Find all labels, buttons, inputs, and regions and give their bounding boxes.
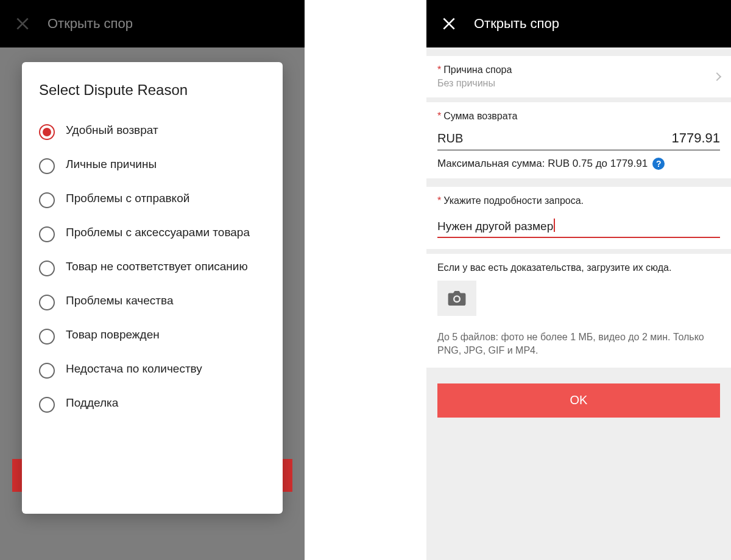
details-value: Нужен другой размер: [437, 220, 553, 233]
reason-label: Удобный возврат: [66, 123, 158, 138]
right-header: Открыть спор: [426, 0, 731, 47]
reason-label: Подделка: [66, 396, 118, 411]
chevron-right-icon: [713, 72, 721, 81]
details-input[interactable]: Нужен другой размер: [437, 214, 720, 238]
modal-title: Select Dispute Reason: [39, 82, 266, 99]
radio-icon: [39, 397, 55, 413]
reason-label: Проблемы с аксессуарами товара: [66, 225, 250, 240]
radio-icon: [39, 158, 55, 174]
close-icon[interactable]: [441, 16, 457, 32]
info-icon[interactable]: ?: [652, 158, 665, 170]
max-amount-text: Максимальная сумма: RUB 0.75 до 1779.91: [437, 158, 648, 170]
ok-label: OK: [570, 393, 588, 407]
evidence-instructions: Если у вас есть доказательства, загрузит…: [426, 254, 731, 279]
reason-option[interactable]: Проблемы с аксессуарами товара: [39, 217, 266, 251]
footer: OK: [426, 368, 731, 442]
dispute-reason-modal: Select Dispute Reason Удобный возврат Ли…: [22, 62, 283, 514]
reason-option[interactable]: Удобный возврат: [39, 114, 266, 149]
field-label: *Сумма возврата: [437, 111, 720, 122]
field-label: *Причина спора: [437, 65, 512, 75]
dispute-form-screen: Открыть спор *Причина спора Без причины: [426, 0, 731, 560]
currency-label: RUB: [437, 131, 463, 145]
field-label: *Укажите подробности запроса.: [437, 195, 720, 206]
reason-label: Товар не соответствует описанию: [66, 259, 248, 275]
dispute-reason-screen: Открыть спор Select Dispute Reason Удобн…: [0, 0, 305, 560]
reason-label: Товар поврежден: [66, 327, 160, 343]
radio-icon: [39, 124, 55, 140]
radio-icon: [39, 329, 55, 345]
radio-icon: [39, 295, 55, 310]
refund-amount-input[interactable]: RUB 1779.91: [437, 128, 720, 150]
amount-value: 1779.91: [671, 130, 720, 146]
text-cursor: [554, 219, 555, 232]
refund-amount-section: *Сумма возврата RUB 1779.91 Максимальная…: [426, 102, 731, 178]
file-hint: До 5 файлов: фото не более 1 МБ, видео д…: [426, 327, 731, 368]
radio-icon: [39, 226, 55, 242]
details-section: *Укажите подробности запроса. Нужен друг…: [426, 187, 731, 249]
radio-icon: [39, 363, 55, 379]
form-body: *Причина спора Без причины *Сумма возвра…: [426, 47, 731, 560]
reason-label-text: Причина спора: [443, 65, 512, 75]
required-asterisk: *: [437, 195, 441, 206]
reason-radio-list: Удобный возврат Личные причины Проблемы …: [39, 114, 266, 421]
reason-option[interactable]: Проблемы с отправкой: [39, 183, 266, 217]
reason-label: Проблемы с отправкой: [66, 191, 189, 206]
reason-option[interactable]: Товар не соответствует описанию: [39, 251, 266, 285]
upload-section: [426, 279, 731, 327]
reason-label: Недостача по количеству: [66, 362, 202, 377]
details-label-text: Укажите подробности запроса.: [443, 195, 584, 206]
reason-option[interactable]: Недостача по количеству: [39, 353, 266, 387]
radio-icon: [39, 192, 55, 208]
dispute-reason-field[interactable]: *Причина спора Без причины: [426, 56, 731, 97]
reason-option[interactable]: Товар поврежден: [39, 319, 266, 353]
reason-option[interactable]: Личные причины: [39, 149, 266, 183]
reason-option[interactable]: Подделка: [39, 387, 266, 421]
reason-label: Личные причины: [66, 157, 157, 172]
reason-option[interactable]: Проблемы качества: [39, 285, 266, 319]
ok-button[interactable]: OK: [437, 383, 720, 418]
radio-icon: [39, 261, 55, 276]
refund-label-text: Сумма возврата: [443, 111, 517, 121]
required-asterisk: *: [437, 111, 441, 121]
reason-value: Без причины: [437, 78, 512, 89]
required-asterisk: *: [437, 65, 441, 75]
camera-icon: [448, 291, 466, 306]
upload-button[interactable]: [437, 281, 476, 316]
panel-divider: [305, 0, 426, 560]
max-amount-hint: Максимальная сумма: RUB 0.75 до 1779.91 …: [437, 150, 720, 170]
header-title: Открыть спор: [474, 16, 559, 32]
reason-label: Проблемы качества: [66, 293, 173, 309]
